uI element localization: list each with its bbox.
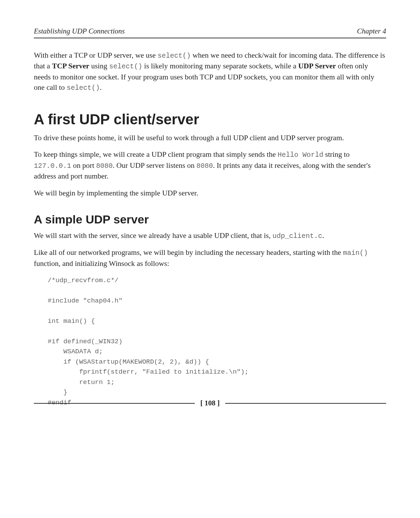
code-inline: main() (343, 249, 368, 257)
code-inline: select() (109, 63, 142, 70)
text: . (322, 231, 324, 240)
body-paragraph: Like all of our networked programs, we w… (34, 247, 386, 269)
text: With either a TCP or UDP server, we use (34, 51, 158, 59)
intro-paragraph: With either a TCP or UDP server, we use … (34, 50, 386, 93)
footer-rule-left (34, 403, 195, 404)
section-heading: A first UDP client/server (34, 111, 386, 128)
body-paragraph: We will start with the server, since we … (34, 230, 386, 241)
text: To keep things simple, we will create a … (34, 150, 278, 159)
text: function, and initializing Winsock as fo… (34, 259, 169, 268)
page-footer: [ 108 ] (34, 399, 386, 407)
body-paragraph: To drive these points home, it will be u… (34, 133, 386, 143)
chapter-label: Chapter 4 (357, 27, 386, 36)
chapter-title: Establishing UDP Connections (34, 27, 125, 36)
text: . Our UDP server listens on (113, 161, 196, 170)
text: on port (71, 161, 96, 170)
code-inline: Hello World (278, 151, 323, 159)
subsection-heading: A simple UDP server (34, 213, 386, 226)
bold-text: UDP Server (298, 62, 336, 70)
text: . (100, 83, 102, 92)
code-inline: 8080 (96, 162, 113, 170)
code-inline: udp_client.c (273, 232, 322, 240)
text: We will start with the server, since we … (34, 231, 273, 240)
page-header: Establishing UDP Connections Chapter 4 (34, 27, 386, 38)
text: string to (323, 150, 350, 159)
body-paragraph: To keep things simple, we will create a … (34, 149, 386, 181)
code-inline: select() (67, 84, 100, 92)
code-inline: 127.0.0.1 (34, 162, 71, 170)
code-block: /*udp_recvfrom.c*/ #include "chap04.h" i… (48, 276, 386, 408)
code-inline: 8080 (197, 162, 213, 170)
text: is likely monitoring many separate socke… (142, 62, 298, 70)
text: using (89, 62, 109, 70)
text: Like all of our networked programs, we w… (34, 248, 343, 257)
page-number: [ 108 ] (200, 399, 220, 407)
footer-rule-right (225, 403, 386, 404)
body-paragraph: We will begin by implementing the simple… (34, 188, 386, 199)
code-inline: select() (158, 52, 191, 60)
bold-text: TCP Server (52, 62, 89, 70)
